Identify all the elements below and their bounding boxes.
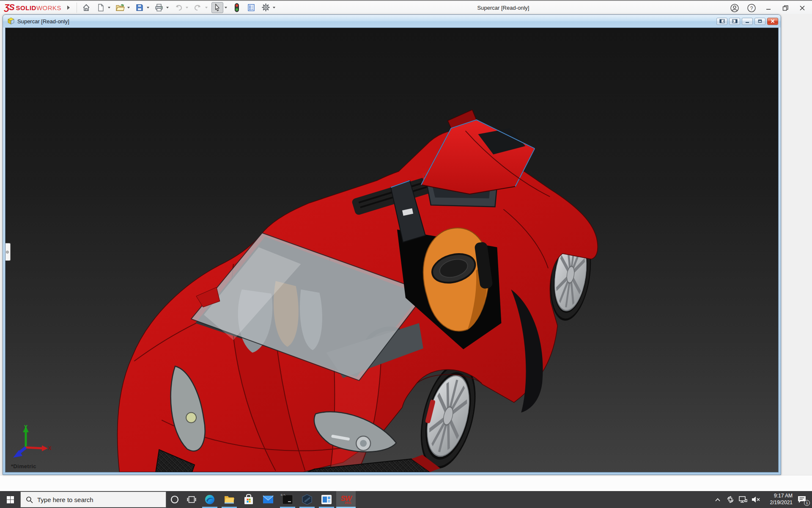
solidworks-app-window: ƷS SOLID WORKS [0, 0, 812, 508]
restore-icon [782, 4, 789, 12]
doc-restore-button[interactable] [754, 18, 765, 25]
document-window: Supercar [Read-only] [3, 14, 781, 475]
microsoft-store-icon [244, 494, 254, 505]
new-document-icon [96, 3, 105, 12]
print-dropdown[interactable] [165, 2, 170, 13]
close-button[interactable] [795, 2, 809, 14]
tray-overflow-button[interactable] [711, 491, 724, 508]
taskbar-mail[interactable] [258, 491, 278, 508]
redo-button[interactable] [192, 2, 204, 13]
rebuild-traffic-light-icon [234, 3, 240, 12]
save-button[interactable] [134, 2, 145, 13]
windows-update-icon [726, 495, 735, 504]
taskbar-edge[interactable] [200, 491, 219, 508]
save-floppy-icon [135, 3, 144, 12]
windows-logo-icon [7, 496, 14, 503]
open-dropdown[interactable] [126, 2, 131, 13]
taskbar-clock[interactable]: 9:17 AM 2/19/2021 [762, 491, 793, 508]
print-icon [154, 3, 164, 12]
taskbar-file-explorer[interactable] [219, 491, 239, 508]
options-button[interactable] [260, 2, 272, 13]
minimize-icon [765, 4, 772, 12]
document-title-bar[interactable]: Supercar [Read-only] [3, 15, 781, 28]
new-document-dropdown[interactable] [107, 2, 112, 13]
doc-minimize-button[interactable] [742, 18, 753, 25]
start-button[interactable] [0, 491, 20, 508]
options-dropdown[interactable] [272, 2, 277, 13]
undo-button[interactable] [173, 2, 184, 13]
redo-icon [193, 3, 203, 12]
doc-close-icon [770, 19, 775, 23]
taskbar-window-app[interactable] [317, 491, 336, 508]
cortana-icon [170, 495, 179, 504]
hexagon-app-icon [302, 494, 313, 505]
menu-expand-arrow-icon[interactable] [67, 6, 70, 10]
help-button[interactable]: ? [744, 2, 759, 14]
redo-dropdown[interactable] [204, 2, 209, 13]
reference-triad: Y X [11, 424, 52, 459]
taskbar-solidworks[interactable]: SW 2021 [336, 491, 356, 508]
ethernet-network-icon [738, 496, 748, 503]
home-button[interactable] [80, 2, 92, 13]
task-view-icon [187, 495, 196, 504]
solidworks-logo: ƷS SOLID WORKS [0, 3, 64, 12]
supercar-3d-model [5, 28, 778, 472]
gear-icon [261, 3, 270, 12]
taskbar-store[interactable] [239, 491, 258, 508]
new-document-button[interactable] [95, 2, 107, 13]
windows-taskbar: C:\ SW 2021 [0, 491, 812, 508]
svg-text:?: ? [750, 5, 753, 11]
show-left-pane-button[interactable] [716, 18, 727, 25]
print-button[interactable] [153, 2, 165, 13]
undo-dropdown[interactable] [184, 2, 189, 13]
select-tool-button[interactable] [211, 2, 223, 13]
action-center-button[interactable]: 1 [793, 491, 810, 508]
solidworks-logo-works: WORKS [36, 4, 61, 11]
file-properties-button[interactable] [245, 2, 257, 13]
taskbar-hexagon-app[interactable] [297, 491, 317, 508]
feature-tree-tab-handle[interactable] [5, 243, 11, 261]
system-tray: 9:17 AM 2/19/2021 1 [711, 491, 812, 508]
close-icon [798, 4, 806, 12]
notification-count-badge: 1 [804, 500, 810, 506]
select-tool-dropdown[interactable] [223, 2, 228, 13]
task-view-button[interactable] [183, 491, 200, 508]
cortana-button[interactable] [166, 491, 183, 508]
search-input[interactable] [37, 496, 147, 503]
document-client-area: Y X *Dimetric [5, 28, 779, 472]
taskbar-search[interactable] [20, 491, 166, 508]
chevron-up-icon [715, 498, 721, 502]
pane-right-icon [732, 19, 738, 23]
restore-button[interactable] [778, 2, 793, 14]
graphics-viewport[interactable]: Y X *Dimetric [5, 28, 778, 472]
undo-icon [174, 3, 183, 12]
app-title-bar: ƷS SOLID WORKS [0, 0, 812, 14]
solidworks-logo-mark: ƷS [4, 3, 14, 12]
tray-update-button[interactable] [724, 491, 737, 508]
home-icon [82, 3, 91, 12]
help-icon: ? [747, 3, 756, 13]
show-right-pane-button[interactable] [729, 18, 740, 25]
window-app-icon [321, 494, 332, 505]
open-button[interactable] [114, 2, 126, 13]
solidworks-logo-solid: SOLID [16, 4, 36, 11]
minimize-button[interactable] [761, 2, 776, 14]
clock-date: 2/19/2021 [770, 500, 793, 506]
taskbar-command-prompt[interactable]: C:\ [278, 491, 297, 508]
mail-icon [263, 495, 274, 504]
app-window-title: Supercar [Read-only] [440, 1, 567, 15]
open-folder-icon [115, 3, 125, 12]
triad-y-label: Y [24, 424, 27, 430]
account-button[interactable] [727, 2, 742, 14]
save-dropdown[interactable] [145, 2, 151, 13]
workspace: Supercar [Read-only] [0, 14, 812, 491]
file-properties-icon [247, 3, 255, 12]
volume-muted-icon [751, 496, 760, 503]
rebuild-button[interactable] [231, 2, 243, 13]
view-orientation-label: *Dimetric [11, 463, 36, 469]
tray-volume-button[interactable] [749, 491, 762, 508]
toolbar-separator [77, 3, 77, 13]
select-cursor-icon [214, 3, 221, 12]
doc-close-button[interactable] [767, 18, 778, 25]
tray-network-button[interactable] [737, 491, 749, 508]
